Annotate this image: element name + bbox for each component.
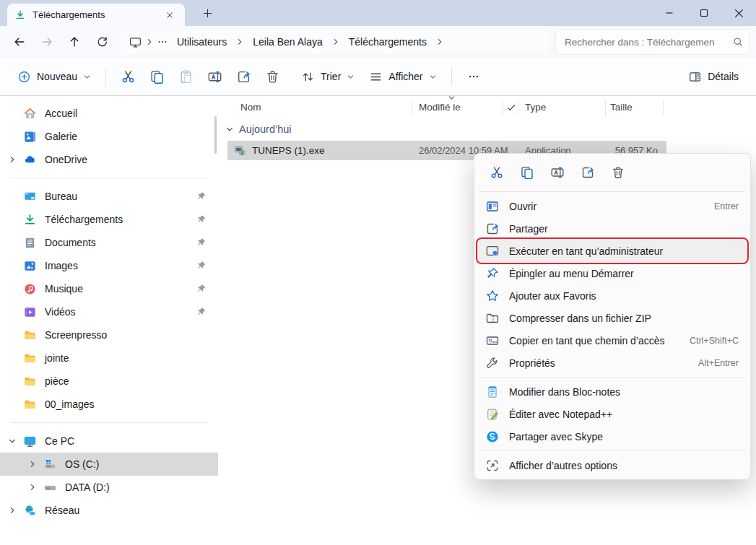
search-input[interactable]: Rechercher dans : Téléchargemen (555, 29, 750, 55)
column-separator[interactable] (412, 100, 412, 115)
menu-item-editer-notepadpp[interactable]: Éditer avec Notepad++ (477, 403, 747, 425)
breadcrumb-ellipsis-icon[interactable] (157, 36, 168, 48)
selection-check-icon[interactable] (506, 103, 516, 113)
rename-button[interactable] (547, 162, 568, 183)
more-options-button[interactable] (459, 63, 488, 90)
home-icon (23, 107, 37, 121)
menu-item-ouvrir[interactable]: Ouvrir Entrer (477, 195, 747, 217)
sidebar-item-accueil[interactable]: Accueil (0, 102, 218, 125)
sidebar-item-jointe[interactable]: jointe (0, 346, 218, 370)
sidebar-item-label: Téléchargements (45, 214, 123, 225)
forward-button[interactable] (33, 30, 61, 54)
column-header-type[interactable]: Type (525, 102, 546, 113)
sidebar-item-images[interactable]: Images (0, 254, 218, 277)
pin-icon (196, 191, 207, 201)
menu-item-copier-chemin-acces[interactable]: Copier en tant que chemin d’accès Ctrl+S… (477, 329, 747, 352)
menu-item-label: Éditer avec Notepad++ (509, 409, 612, 420)
menu-item-epingler-au-menu-demarrer[interactable]: Épingler au menu Démarrer (477, 262, 747, 284)
column-header-nom[interactable]: Nom (240, 102, 261, 113)
view-button-label: Afficher (388, 71, 422, 82)
delete-button[interactable] (607, 162, 628, 183)
details-pane-button[interactable]: Détails (681, 63, 746, 90)
pin-icon (196, 237, 207, 248)
sidebar-item-musique[interactable]: Musique (0, 277, 218, 300)
view-button[interactable]: Afficher (362, 63, 443, 90)
chevron-right-icon[interactable] (28, 460, 37, 468)
sidebar-item-ce-pc[interactable]: Ce PC (0, 430, 218, 453)
sidebar-item-label: Accueil (45, 108, 77, 119)
menu-item-partager[interactable]: Partager (477, 217, 747, 240)
share-button[interactable] (229, 63, 258, 90)
menu-item-proprietes[interactable]: Propriétés Alt+Entrer (477, 352, 747, 374)
context-menu-quick-actions (477, 157, 747, 188)
sidebar-item-reseau[interactable]: Réseau (0, 499, 218, 522)
sidebar-item-galerie[interactable]: Galerie (0, 125, 218, 148)
breadcrumb-item-telechargements[interactable]: Téléchargements (343, 34, 433, 50)
maximize-button[interactable] (687, 0, 721, 26)
share-button[interactable] (577, 162, 598, 183)
menu-item-modifier-bloc-notes[interactable]: Modifier dans Bloc-notes (477, 380, 747, 403)
column-separator[interactable] (663, 100, 664, 115)
sidebar-item-onedrive[interactable]: OneDrive (0, 148, 218, 171)
sidebar-item-label: Galerie (45, 131, 77, 142)
menu-item-label: Ouvrir (509, 201, 536, 212)
details-pane-icon (688, 70, 702, 84)
cut-button[interactable] (486, 162, 507, 183)
delete-button[interactable] (258, 63, 287, 90)
sidebar-item-videos[interactable]: Vidéos (0, 300, 218, 323)
sidebar-item-screenpresso[interactable]: Screenpresso (0, 323, 218, 346)
sidebar-item-os-c[interactable]: OS (C:) (0, 453, 218, 476)
menu-item-afficher-autres-options[interactable]: Afficher d’autres options (477, 454, 747, 476)
refresh-icon (96, 36, 108, 48)
chevron-right-icon[interactable] (28, 483, 37, 492)
document-icon (23, 236, 37, 250)
sidebar-scrollbar[interactable] (214, 116, 217, 154)
sidebar-item-label: Musique (45, 283, 83, 295)
this-pc-icon[interactable] (129, 35, 142, 49)
up-button[interactable] (61, 30, 88, 54)
chevron-down-icon[interactable] (8, 437, 17, 445)
sidebar-item-piece[interactable]: pièce (0, 370, 218, 393)
copy-button[interactable] (142, 63, 171, 90)
new-tab-button[interactable] (195, 1, 220, 25)
sidebar-item-telechargements[interactable]: Téléchargements (0, 208, 218, 231)
menu-item-label: Propriétés (509, 357, 555, 369)
share-icon (581, 165, 595, 180)
open-icon (485, 199, 500, 214)
close-window-button[interactable] (721, 0, 756, 26)
breadcrumb-item-utilisateurs[interactable]: Utilisateurs (171, 34, 233, 50)
column-separator[interactable] (518, 100, 518, 115)
back-button[interactable] (6, 30, 33, 54)
cut-button[interactable] (113, 63, 142, 90)
tab-close-button[interactable] (162, 7, 178, 23)
menu-item-label: Compresser dans un fichier ZIP (509, 313, 651, 324)
tab-telechargements[interactable]: Téléchargements (7, 4, 185, 26)
chevron-right-icon[interactable] (8, 155, 17, 164)
paste-button[interactable] (171, 63, 200, 90)
minimize-button[interactable] (652, 0, 687, 26)
sort-button[interactable]: Trier (294, 63, 362, 90)
column-separator[interactable] (503, 100, 503, 115)
menu-item-ajouter-aux-favoris[interactable]: Ajouter aux Favoris (477, 284, 747, 307)
sidebar-item-00-images[interactable]: 00_images (0, 393, 218, 416)
menu-item-label: Exécuter en tant qu’administrateur (509, 245, 663, 257)
sidebar-item-bureau[interactable]: Bureau (0, 185, 218, 208)
sidebar-item-data-d[interactable]: DATA (D:) (0, 476, 218, 499)
skype-icon (485, 430, 500, 444)
menu-item-executer-en-tant-qu-administrateur[interactable]: Exécuter en tant qu’administrateur (477, 240, 747, 262)
column-separator[interactable] (605, 100, 606, 115)
group-header-aujourdhui[interactable]: Aujourd’hui (225, 123, 292, 135)
copy-button[interactable] (516, 162, 537, 183)
sidebar-item-documents[interactable]: Documents (0, 231, 218, 254)
refresh-button[interactable] (88, 30, 116, 54)
column-header-taille[interactable]: Taille (610, 102, 633, 113)
menu-item-compresser-zip[interactable]: Compresser dans un fichier ZIP (477, 307, 747, 329)
trash-icon (611, 165, 625, 180)
sidebar-item-label: Ce PC (45, 435, 74, 447)
menu-item-partager-skype[interactable]: Partager avec Skype (477, 425, 747, 448)
chevron-right-icon[interactable] (8, 506, 17, 515)
breadcrumb-item-user[interactable]: Leila Ben Alaya (247, 34, 329, 50)
column-header-modifie-le[interactable]: Modifié le (419, 102, 461, 113)
new-button[interactable]: Nouveau (10, 63, 98, 90)
rename-button[interactable] (200, 63, 229, 90)
